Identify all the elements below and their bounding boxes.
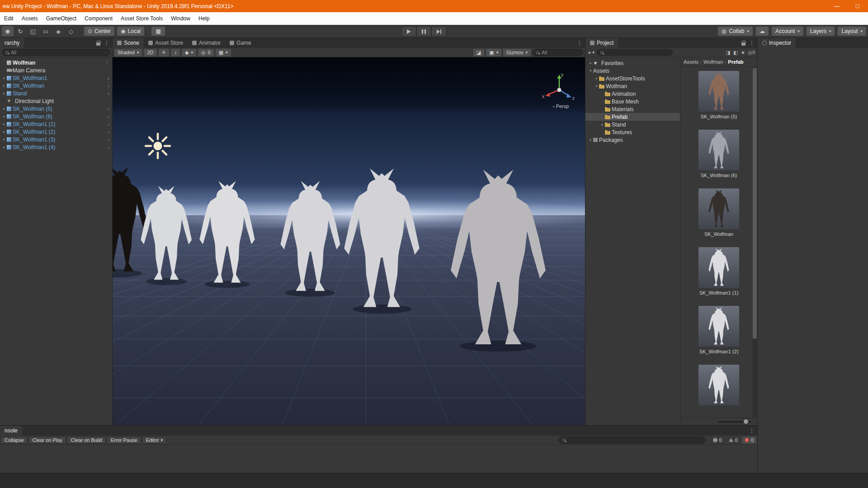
project-search-input[interactable] <box>597 49 673 56</box>
expand-arrow-icon[interactable]: ▾ <box>588 69 593 73</box>
expand-arrow-icon[interactable]: ▸ <box>600 122 605 127</box>
asset-thumbnail[interactable] <box>698 306 739 347</box>
tab-console[interactable]: nsole <box>0 426 22 436</box>
tab-project[interactable]: Project <box>585 38 618 48</box>
camera-settings-dropdown[interactable]: ▣ ▾ <box>486 49 501 56</box>
prefab-chevron-icon[interactable]: › <box>108 137 111 142</box>
hierarchy-item[interactable]: Main Camera <box>0 66 112 74</box>
console-toggle-button[interactable]: Collapse <box>1 436 28 444</box>
asset-thumbnail[interactable] <box>698 365 739 405</box>
project-tree-item[interactable]: Base Mesh <box>585 98 680 105</box>
hierarchy-item[interactable]: ▸ SK_Wolfman › <box>0 82 112 89</box>
scene-viewport[interactable]: y x z ‹Persp <box>113 57 585 425</box>
transform-tool-button[interactable]: ◈ <box>52 26 64 36</box>
account-dropdown[interactable]: Account ▾ <box>772 27 803 36</box>
expand-arrow-icon[interactable]: ▸ <box>1 114 7 118</box>
editor-dropdown[interactable]: Editor ▾ <box>142 436 166 444</box>
expand-arrow-icon[interactable]: ▸ <box>588 138 593 142</box>
tab-inspector[interactable]: Inspector <box>758 38 796 48</box>
prefab-chevron-icon[interactable]: › <box>108 91 111 96</box>
project-tree-item[interactable]: ▾ Wolfman <box>585 82 680 90</box>
asset-thumbnail[interactable] <box>698 188 739 229</box>
hierarchy-item[interactable]: ▸ SK_Wolfman1 › <box>0 74 112 82</box>
hierarchy-item[interactable]: ▸ SK_Wolfman1 (4) › <box>0 143 112 151</box>
asset-thumbnail[interactable] <box>698 247 739 288</box>
menu-item[interactable]: Edit <box>0 12 18 25</box>
prefab-chevron-icon[interactable]: › <box>108 75 111 81</box>
tool-settings-button[interactable]: ◪ <box>473 49 484 56</box>
pause-button[interactable] <box>416 26 431 37</box>
error-filter-toggle[interactable]: 0 <box>742 436 756 444</box>
prefab-chevron-icon[interactable]: ⋮ <box>104 60 111 66</box>
console-search-input[interactable] <box>559 436 705 444</box>
gizmos-dropdown[interactable]: Gizmos ▾ <box>503 49 531 56</box>
project-tree-item[interactable]: Animation <box>585 90 680 98</box>
zoom-slider[interactable] <box>718 421 751 422</box>
create-asset-button[interactable]: + ▾ <box>588 49 594 56</box>
menu-item[interactable]: Asset Store Tools <box>117 12 167 25</box>
expand-arrow-icon[interactable]: ▾ <box>594 84 599 88</box>
asset-thumbnail[interactable] <box>698 71 739 112</box>
project-tree-item[interactable]: Materials <box>585 105 680 113</box>
zoom-slider-handle[interactable] <box>744 419 748 424</box>
pivot-toggle-button[interactable]: ⊙ Center <box>84 27 114 36</box>
search-by-label-icon[interactable]: ◧ <box>733 50 738 56</box>
breadcrumb-item[interactable]: Assets › <box>684 59 701 65</box>
menu-item[interactable]: GameObject <box>42 12 80 25</box>
hierarchy-item[interactable]: ▸ SK_Wolfman (5) › <box>0 105 112 113</box>
prefab-chevron-icon[interactable]: › <box>108 145 111 150</box>
asset-item[interactable]: SK_Wolfman (5) <box>680 71 757 120</box>
space-toggle-button[interactable]: ◉ Local <box>117 27 144 36</box>
lock-icon[interactable] <box>96 42 100 46</box>
project-tree-item[interactable]: ▸ Stand <box>585 121 680 128</box>
info-filter-toggle[interactable]: 0 <box>710 436 725 444</box>
prefab-chevron-icon[interactable]: › <box>108 129 111 135</box>
hierarchy-item[interactable]: ▸ Stand › <box>0 89 112 97</box>
scene-view-tab[interactable]: Scene <box>113 38 144 48</box>
minimize-button[interactable]: — <box>826 0 847 12</box>
lighting-toggle[interactable]: ☀ <box>159 49 170 56</box>
grid-snap-button[interactable]: ▦ <box>151 27 165 36</box>
asset-item[interactable]: SK_Wolfman <box>680 188 757 237</box>
breadcrumb-item[interactable]: Wolfman › <box>703 59 726 65</box>
console-toggle-button[interactable]: Clear on Build <box>67 436 106 444</box>
kebab-menu-icon[interactable]: ⋮ <box>104 40 109 46</box>
cloud-button[interactable]: ☁ <box>756 27 769 36</box>
breadcrumb-item[interactable]: Prefab <box>728 59 743 65</box>
console-log-area[interactable] <box>0 445 757 473</box>
tab-hierarchy[interactable]: rarchy <box>0 38 24 48</box>
menu-item[interactable]: Component <box>80 12 117 25</box>
expand-arrow-icon[interactable]: ▸ <box>1 107 7 111</box>
asset-item[interactable] <box>680 365 757 413</box>
expand-arrow-icon[interactable]: ▸ <box>1 76 7 80</box>
console-toggle-button[interactable]: Clear on Play <box>29 436 66 444</box>
project-tree-item[interactable]: ▾ Assets <box>585 67 680 75</box>
kebab-menu-icon[interactable]: ⋮ <box>577 40 582 46</box>
hierarchy-item[interactable]: ▸ SK_Wolfman1 (3) › <box>0 136 112 143</box>
move-tool-button[interactable]: ⊕ <box>2 26 14 36</box>
scene-view-tab[interactable]: Asset Store <box>144 38 188 48</box>
custom-tool-button[interactable]: ◇ <box>65 26 77 36</box>
effects-dropdown[interactable]: ◆ ▾ <box>182 49 196 56</box>
scene-view-tab[interactable]: Game <box>225 38 256 48</box>
lock-icon[interactable] <box>741 42 745 46</box>
menu-item[interactable]: Assets <box>18 12 42 25</box>
prefab-chevron-icon[interactable]: › <box>108 106 111 112</box>
hierarchy-item[interactable]: Wolfman ⋮ <box>0 59 112 66</box>
hierarchy-search-input[interactable]: All <box>2 49 110 56</box>
menu-item[interactable]: Help <box>194 12 214 25</box>
asset-item[interactable]: SK_Wolfman1 (1) <box>680 247 757 296</box>
expand-arrow-icon[interactable]: ▸ <box>594 76 599 80</box>
hierarchy-item[interactable]: ▸ SK_Wolfman (6) › <box>0 113 112 120</box>
expand-arrow-icon[interactable]: ▸ <box>1 122 7 126</box>
layers-dropdown[interactable]: Layers ▾ <box>807 27 835 36</box>
hierarchy-item[interactable]: ▸ SK_Wolfman1 (1) › <box>0 120 112 128</box>
kebab-menu-icon[interactable]: ⋮ <box>749 40 755 46</box>
project-tree-item[interactable]: Prefab <box>585 113 680 121</box>
asset-thumbnail[interactable] <box>698 130 739 170</box>
prefab-chevron-icon[interactable]: › <box>108 122 111 127</box>
saved-search-star-icon[interactable]: ★ <box>741 50 745 56</box>
sun-gizmo[interactable] <box>146 134 170 158</box>
expand-arrow-icon[interactable]: ▸ <box>1 137 7 141</box>
audio-toggle[interactable]: ♪ <box>171 49 180 56</box>
